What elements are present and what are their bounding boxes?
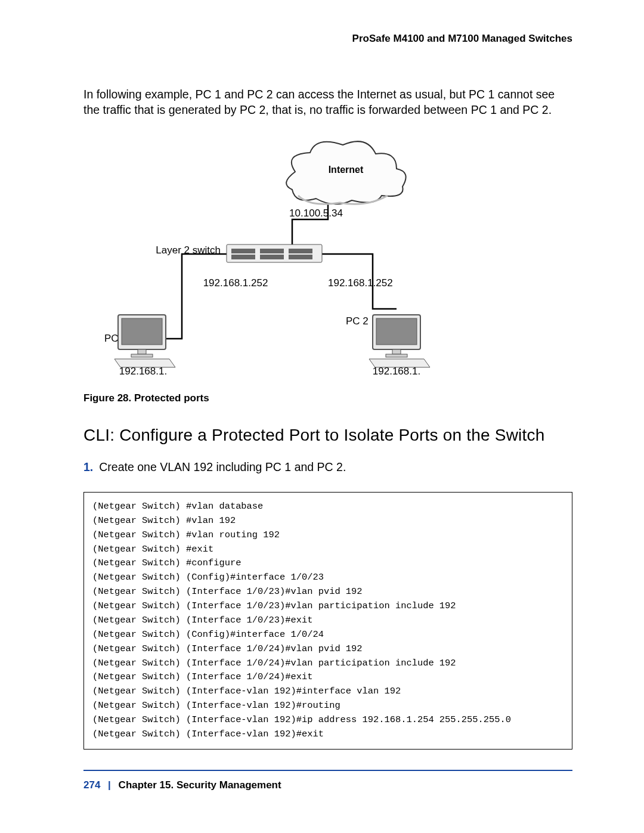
svg-rect-8 xyxy=(122,318,162,345)
svg-rect-2 xyxy=(231,255,255,259)
pc2-ip: 192.168.1. xyxy=(373,366,420,374)
network-diagram: Internet 10.100.5.34 Layer 2 switch 192.… xyxy=(95,136,561,374)
uplink-ip: 10.100.5.34 xyxy=(289,208,343,219)
pc1-icon xyxy=(114,315,175,367)
step-text: Create one VLAN 192 including PC 1 and P… xyxy=(99,460,346,473)
page: ProSafe M4100 and M7100 Managed Switches… xyxy=(0,0,644,833)
section-heading: CLI: Configure a Protected Port to Isola… xyxy=(83,426,572,445)
page-footer: 274 | Chapter 15. Security Management xyxy=(83,779,572,791)
svg-rect-4 xyxy=(260,255,284,259)
footer-separator: | xyxy=(108,779,111,791)
running-head: ProSafe M4100 and M7100 Managed Switches xyxy=(83,33,572,45)
intro-paragraph: In following example, PC 1 and PC 2 can … xyxy=(83,86,572,118)
pc1-ip: 192.168.1. xyxy=(119,366,167,374)
footer-rule xyxy=(83,770,572,771)
svg-rect-1 xyxy=(231,249,255,253)
pc2-label: PC 2 xyxy=(346,315,369,327)
page-number: 274 xyxy=(83,779,100,791)
figure-caption: Figure 28. Protected ports xyxy=(83,392,572,404)
switch-label: Layer 2 switch xyxy=(156,244,221,256)
switch-icon xyxy=(227,244,322,262)
svg-rect-3 xyxy=(260,249,284,253)
svg-rect-13 xyxy=(392,349,401,354)
diagram-svg: Internet 10.100.5.34 Layer 2 switch 192.… xyxy=(95,136,561,374)
step-list: 1.Create one VLAN 192 including PC 1 and… xyxy=(83,459,572,475)
step-number: 1. xyxy=(83,460,93,473)
internet-label: Internet xyxy=(329,165,364,175)
svg-rect-12 xyxy=(376,318,417,345)
right-port-ip: 192.168.1.252 xyxy=(328,277,393,289)
svg-rect-10 xyxy=(131,354,153,357)
svg-rect-14 xyxy=(386,354,407,357)
svg-rect-5 xyxy=(289,249,312,253)
svg-rect-9 xyxy=(138,349,146,354)
svg-rect-6 xyxy=(289,255,312,259)
chapter-label: Chapter 15. Security Management xyxy=(119,779,281,791)
internet-cloud-icon: Internet xyxy=(286,141,406,204)
pc2-icon xyxy=(369,315,430,367)
cli-code-block: (Netgear Switch) #vlan database (Netgear… xyxy=(83,492,572,750)
left-port-ip: 192.168.1.252 xyxy=(203,277,268,289)
step-item: 1.Create one VLAN 192 including PC 1 and… xyxy=(83,459,572,475)
